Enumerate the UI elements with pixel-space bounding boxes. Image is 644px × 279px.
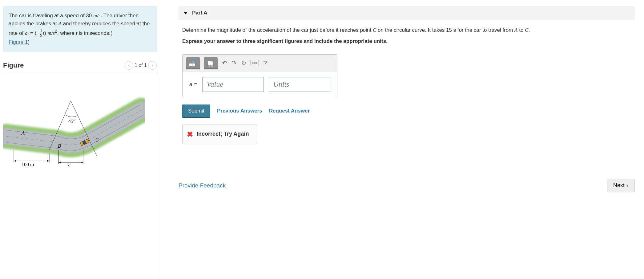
submit-button[interactable]: Submit xyxy=(182,105,210,118)
next-button[interactable]: Next › xyxy=(607,179,635,192)
equals: = (− xyxy=(29,30,39,36)
request-answer-link[interactable]: Request Answer xyxy=(269,107,310,115)
feedback-text: Incorrect; Try Again xyxy=(197,130,249,138)
q-text: Determine the magnitude of the accelerat… xyxy=(182,27,373,33)
figure-viewport[interactable]: A B C 45° s 100 m xyxy=(3,73,157,206)
next-label: Next xyxy=(613,182,625,189)
label-angle: 45° xyxy=(68,119,75,124)
templates-icon xyxy=(189,60,197,67)
symbols-icon: μ Å xyxy=(207,60,215,67)
units-text: m/s xyxy=(93,13,101,18)
undo-icon[interactable]: ↶ xyxy=(222,58,227,68)
problem-text: is in seconds.( xyxy=(77,30,112,36)
units-input[interactable] xyxy=(269,77,330,92)
label-B: B xyxy=(58,143,61,149)
bottom-row: Provide Feedback Next › xyxy=(179,173,635,192)
figure-header: Figure ‹ 1 of 1 › xyxy=(3,61,157,73)
provide-feedback-link[interactable]: Provide Feedback xyxy=(179,182,226,189)
fraction: 19 xyxy=(39,29,43,38)
sq: 2 xyxy=(55,29,57,34)
frac-den: 9 xyxy=(39,33,43,38)
answer-lhs: a = xyxy=(189,80,197,89)
units2: m/s xyxy=(47,30,55,36)
left-panel: The car is traveling at a speed of 30 m/… xyxy=(0,0,160,279)
problem-statement: The car is traveling at a speed of 30 m/… xyxy=(3,6,157,52)
frac-num: 1 xyxy=(39,29,43,33)
caret-down-icon xyxy=(183,12,188,14)
incorrect-icon: ✖ xyxy=(187,129,193,140)
part-header[interactable]: Part A xyxy=(179,6,635,20)
svg-marker-11 xyxy=(81,162,83,163)
label-s: s xyxy=(68,163,70,168)
figure-pager: ‹ 1 of 1 › xyxy=(125,61,157,70)
question-text: Determine the magnitude of the accelerat… xyxy=(179,26,635,144)
svg-point-18 xyxy=(211,61,213,62)
period: . xyxy=(528,27,530,33)
right-panel: Part A Determine the magnitude of the ac… xyxy=(160,0,644,279)
svg-marker-6 xyxy=(47,160,49,162)
next-figure-button[interactable]: › xyxy=(148,61,157,70)
close-paren: ) xyxy=(44,30,47,36)
svg-rect-16 xyxy=(192,64,195,66)
keyboard-icon[interactable]: ⌨ xyxy=(251,60,259,66)
action-row: Submit Previous Answers Request Answer xyxy=(182,105,635,118)
part-title: Part A xyxy=(192,10,207,16)
svg-rect-14 xyxy=(189,64,192,66)
q-text: to xyxy=(518,27,525,33)
figure-heading: Figure xyxy=(3,61,24,69)
point-A2: A xyxy=(514,27,517,33)
chevron-right-icon: › xyxy=(626,182,628,189)
svg-marker-5 xyxy=(14,160,16,162)
pager-text: 1 of 1 xyxy=(135,63,147,68)
point-A: A xyxy=(58,21,62,27)
problem-text: The car is traveling at a speed of 30 xyxy=(9,13,93,18)
answer-row: a = xyxy=(183,72,337,97)
point-C2: C xyxy=(525,27,528,33)
previous-answers-link[interactable]: Previous Answers xyxy=(217,107,262,115)
svg-rect-15 xyxy=(192,61,194,63)
figure-link[interactable]: Figure 1 xyxy=(9,39,28,45)
redo-icon[interactable]: ↷ xyxy=(231,58,237,68)
prev-figure-button[interactable]: ‹ xyxy=(125,61,133,70)
q-text: on the circular curve. It takes 15 s for… xyxy=(376,27,514,33)
answer-instructions: Express your answer to three significant… xyxy=(182,37,635,45)
templates-button[interactable] xyxy=(186,57,200,69)
help-icon[interactable]: ? xyxy=(263,58,267,68)
problem-text: , where xyxy=(57,30,76,36)
svg-text:μ Å: μ Å xyxy=(209,64,213,67)
value-input[interactable] xyxy=(202,77,264,92)
answer-toolbar: μ Å ↶ ↷ ↻ ⌨ ? xyxy=(183,55,337,72)
road-figure: A B C 45° s 100 m xyxy=(3,88,145,187)
answer-box: μ Å ↶ ↷ ↻ ⌨ ? a = xyxy=(182,54,337,97)
symbols-button[interactable]: μ Å xyxy=(204,57,218,69)
feedback-bar: ✖ Incorrect; Try Again xyxy=(182,125,257,144)
point-C: C xyxy=(373,27,376,33)
svg-marker-10 xyxy=(58,162,61,163)
close-paren2: ) xyxy=(28,39,30,45)
label-dist: 100 m xyxy=(22,162,34,167)
label-A: A xyxy=(21,130,25,136)
label-C: C xyxy=(95,137,99,142)
reset-icon[interactable]: ↻ xyxy=(241,58,246,68)
